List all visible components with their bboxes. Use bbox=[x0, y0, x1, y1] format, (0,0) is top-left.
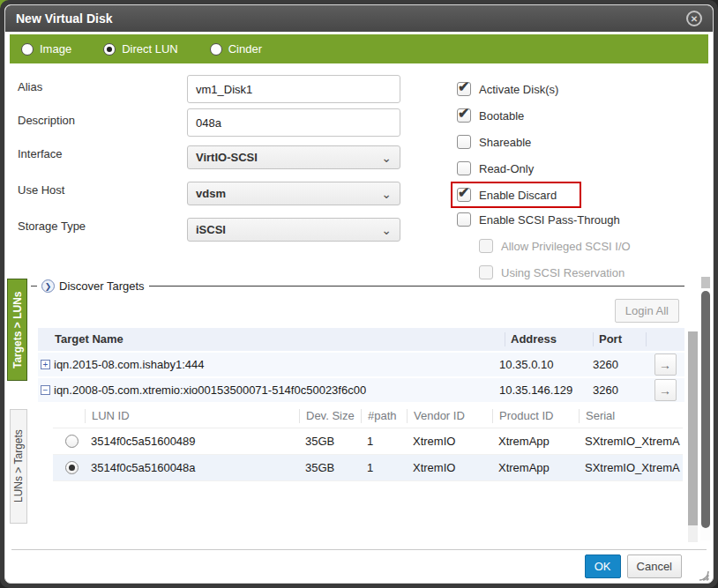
close-icon: ✕ bbox=[691, 14, 698, 24]
login-all-button[interactable]: Login All bbox=[615, 299, 679, 323]
use-host-select[interactable]: vdsm ⌄ bbox=[187, 182, 400, 205]
dialog-titlebar: New Virtual Disk ✕ bbox=[5, 5, 713, 32]
column-vendor-id: Vendor ID bbox=[407, 409, 492, 423]
target-row[interactable]: + iqn.2015-08.com.ishaby1:444 10.35.0.10… bbox=[38, 353, 684, 376]
checkbox-unchecked-icon[interactable] bbox=[457, 161, 471, 175]
interface-select[interactable]: VirtIO-SCSI ⌄ bbox=[187, 145, 400, 169]
radio-image-icon[interactable] bbox=[21, 43, 34, 56]
tab-targets-to-luns-label: Targets > LUNs bbox=[11, 291, 24, 368]
disk-type-cinder-label: Cinder bbox=[228, 42, 262, 56]
new-virtual-disk-dialog: New Virtual Disk ✕ Image Direct LUN Cind… bbox=[4, 4, 714, 584]
column-path: #path bbox=[361, 409, 407, 423]
ok-button[interactable]: OK bbox=[585, 555, 621, 578]
lun-dev-size: 35GB bbox=[299, 435, 361, 448]
checkbox-checked-icon[interactable]: ✔ bbox=[457, 108, 471, 123]
lun-serial: SXtremIO_XtremA bbox=[579, 435, 683, 448]
use-host-value: vdsm bbox=[196, 187, 226, 200]
lun-product-id: XtremApp bbox=[492, 461, 579, 474]
dialog-scrollbar[interactable] bbox=[700, 277, 711, 540]
form-fields: Alias Description Interface VirtIO-SCSI … bbox=[18, 75, 457, 275]
column-port: Port bbox=[593, 332, 646, 346]
checkbox-checked-icon[interactable]: ✔ bbox=[457, 82, 471, 96]
checkbox-activate-disks[interactable]: ✔ Activate Disk(s) bbox=[457, 79, 631, 99]
expand-arrow-icon[interactable]: ❯ bbox=[41, 279, 55, 293]
lun-vendor-id: XtremIO bbox=[407, 461, 492, 474]
column-product-id: Product ID bbox=[492, 409, 579, 423]
column-lun-id: LUN ID bbox=[85, 409, 299, 423]
checkbox-checked-icon[interactable]: ✔ bbox=[457, 188, 471, 202]
scrollbar-up-button[interactable] bbox=[701, 277, 710, 288]
lun-path: 1 bbox=[361, 461, 407, 474]
tab-targets-to-luns[interactable]: Targets > LUNs bbox=[7, 279, 27, 381]
collapse-icon[interactable]: − bbox=[41, 385, 50, 395]
column-serial: Serial bbox=[579, 409, 683, 423]
interface-label: Interface bbox=[18, 142, 187, 173]
chevron-down-icon: ⌄ bbox=[381, 190, 392, 198]
alias-field-row: Alias bbox=[18, 75, 457, 103]
close-button[interactable]: ✕ bbox=[686, 11, 702, 26]
storage-type-select[interactable]: iSCSI ⌄ bbox=[187, 218, 400, 242]
login-arrow-icon: → bbox=[659, 358, 671, 372]
storage-type-value: iSCSI bbox=[196, 223, 226, 236]
disk-type-cinder[interactable]: Cinder bbox=[210, 42, 262, 56]
targets-table: Target Name Address Port + iqn.2015-08.c… bbox=[38, 328, 684, 481]
radio-direct-lun-icon[interactable] bbox=[103, 43, 116, 56]
tab-luns-to-targets-label: LUNs > Targets bbox=[12, 430, 25, 503]
lun-product-id: XtremApp bbox=[492, 435, 579, 448]
lun-serial: SXtremIO_XtremA bbox=[579, 461, 683, 474]
checkbox-read-only[interactable]: Read-Only bbox=[457, 159, 631, 178]
login-target-button[interactable]: → bbox=[654, 354, 677, 376]
disk-type-image-label: Image bbox=[40, 42, 71, 56]
target-row[interactable]: − iqn.2008-05.com.xtremio:xio00153500071… bbox=[38, 378, 684, 402]
scrollbar-thumb[interactable] bbox=[701, 291, 710, 528]
target-name: iqn.2015-08.com.ishaby1:444 bbox=[54, 358, 205, 371]
disk-type-direct-lun[interactable]: Direct LUN bbox=[103, 42, 178, 56]
storage-type-label: Storage Type bbox=[18, 214, 187, 245]
checkbox-allow-privileged-scsi-io: Allow Privileged SCSI I/O bbox=[479, 236, 631, 256]
target-name: iqn.2008-05.com.xtremio:xio00153500071-5… bbox=[54, 383, 366, 397]
resize-grip-icon[interactable] bbox=[696, 568, 709, 581]
lun-radio-selected-icon[interactable] bbox=[65, 461, 79, 474]
cancel-button[interactable]: Cancel bbox=[627, 555, 682, 578]
checkbox-bootable[interactable]: ✔ Bootable bbox=[457, 106, 631, 125]
enable-discard-highlight: ✔ Enable Discard bbox=[451, 182, 581, 208]
checkbox-label: Activate Disk(s) bbox=[479, 83, 558, 96]
checkbox-label: Bootable bbox=[479, 109, 524, 123]
login-target-button[interactable]: → bbox=[654, 379, 677, 401]
check-icon: ✔ bbox=[458, 184, 469, 201]
column-target-name: Target Name bbox=[38, 332, 505, 346]
targets-toolbar: Login All bbox=[31, 293, 684, 328]
column-login bbox=[646, 332, 684, 346]
discover-targets-legend: ❯ Discover Targets bbox=[31, 275, 684, 293]
scrollbar-thumb[interactable] bbox=[688, 331, 698, 525]
discover-targets-section: Targets > LUNs LUNs > Targets ❯ Discover… bbox=[5, 275, 713, 549]
legend-line bbox=[31, 286, 37, 287]
checkbox-unchecked-icon[interactable] bbox=[457, 212, 471, 227]
table-scrollbar[interactable] bbox=[688, 331, 698, 542]
dialog-title: New Virtual Disk bbox=[16, 11, 686, 26]
description-input[interactable] bbox=[187, 108, 400, 137]
lun-dev-size: 35GB bbox=[299, 461, 361, 474]
lun-vendor-id: XtremIO bbox=[407, 435, 492, 448]
storage-type-field-row: Storage Type iSCSI ⌄ bbox=[18, 214, 457, 245]
lun-row[interactable]: 3514f0c5a5160048a 35GB 1 XtremIO XtremAp… bbox=[53, 455, 683, 481]
lun-path: 1 bbox=[361, 435, 407, 448]
check-icon: ✔ bbox=[458, 105, 469, 122]
checkbox-enable-scsi-pass-through[interactable]: Enable SCSI Pass-Through bbox=[457, 210, 631, 229]
tab-luns-to-targets[interactable]: LUNs > Targets bbox=[10, 409, 27, 524]
checkbox-label: Enable Discard bbox=[479, 189, 557, 202]
checkbox-unchecked-icon[interactable] bbox=[457, 135, 471, 149]
lun-row[interactable]: 3514f0c5a51600489 35GB 1 XtremIO XtremAp… bbox=[53, 428, 683, 455]
interface-field-row: Interface VirtIO-SCSI ⌄ bbox=[18, 142, 457, 173]
targets-table-header: Target Name Address Port bbox=[38, 328, 684, 351]
radio-cinder-icon[interactable] bbox=[210, 43, 222, 56]
expand-icon[interactable]: + bbox=[41, 360, 50, 369]
lun-id: 3514f0c5a51600489 bbox=[85, 435, 299, 448]
luns-table-header: LUN ID Dev. Size #path Vendor ID Product… bbox=[53, 404, 683, 428]
lun-radio-unselected-icon[interactable] bbox=[65, 435, 79, 448]
disk-type-image[interactable]: Image bbox=[21, 42, 71, 56]
alias-input[interactable] bbox=[187, 75, 400, 103]
checkbox-enable-discard[interactable]: ✔ Enable Discard bbox=[457, 185, 557, 205]
checkbox-shareable[interactable]: Shareable bbox=[457, 132, 631, 152]
description-field-row: Description bbox=[18, 108, 457, 137]
